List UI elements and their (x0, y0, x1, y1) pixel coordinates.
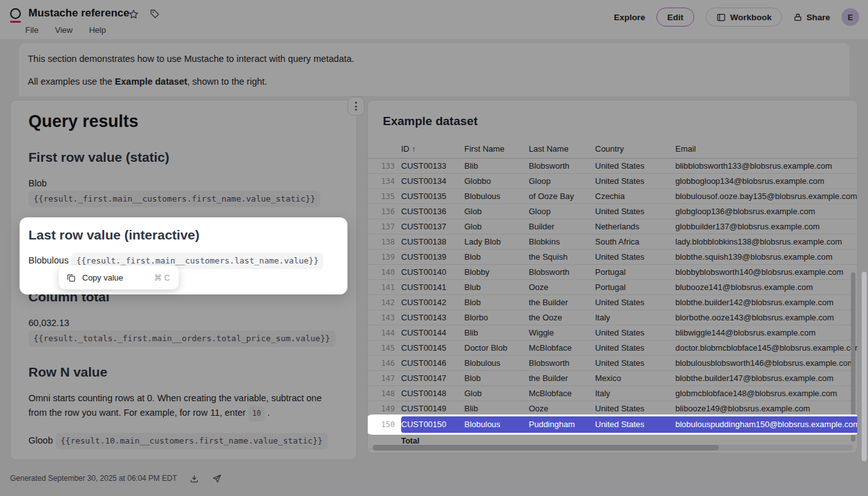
copy-icon (66, 273, 76, 282)
last-row-spotlight-card: Last row value (interactive) Blobulous {… (20, 217, 347, 294)
page-scrollbar[interactable] (862, 272, 867, 461)
cell-first-name[interactable]: Blobulous (464, 416, 529, 433)
last-row-heading: Last row value (interactive) (28, 226, 339, 244)
keyboard-shortcut: ⌘ C (154, 273, 170, 282)
cell-last-name[interactable]: Puddingham (529, 416, 595, 433)
row-number: 150 (373, 420, 401, 429)
cell-id[interactable]: CUST00150 (401, 416, 464, 433)
cell-country[interactable]: United States (595, 416, 675, 433)
copy-value-menu-item[interactable]: Copy value ⌘ C (59, 265, 179, 289)
table-row[interactable]: 150 CUST00150 Blobulous Puddingham Unite… (368, 416, 858, 433)
cell-email[interactable]: blobulouspuddingham150@blobsrus.example.… (675, 416, 858, 433)
